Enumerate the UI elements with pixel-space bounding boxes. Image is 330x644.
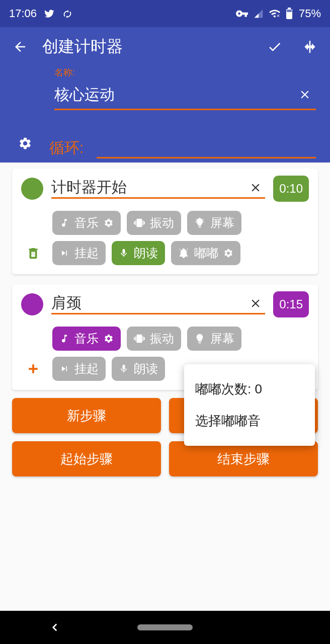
nav-home[interactable] xyxy=(135,624,195,630)
vpn-key-icon xyxy=(235,7,249,20)
chip-label: 嘟嘟 xyxy=(194,245,218,261)
svg-rect-5 xyxy=(309,41,311,53)
chip-beep[interactable]: 嘟嘟 xyxy=(171,241,240,265)
beep-popup: 嘟嘟次数: 0 选择嘟嘟音 xyxy=(184,364,315,446)
popup-beep-count[interactable]: 嘟嘟次数: 0 xyxy=(184,373,315,405)
chip-label: 挂起 xyxy=(74,361,99,377)
collapse-button[interactable] xyxy=(299,36,321,58)
step-card: 0:10 音乐 振动 屏幕 挂起 xyxy=(12,169,318,274)
chip-suspend[interactable]: 挂起 xyxy=(52,357,106,381)
end-step-button[interactable]: 结束步骤 xyxy=(169,441,318,476)
chip-music[interactable]: 音乐 xyxy=(52,211,121,235)
step-name-clear[interactable] xyxy=(246,181,265,194)
header-area: 创建计时器 名称: 循环: xyxy=(0,27,330,163)
step-time-chip[interactable]: 0:10 xyxy=(273,176,309,202)
steps-list: 0:10 音乐 振动 屏幕 挂起 xyxy=(0,163,330,396)
wifi-icon: × xyxy=(269,8,281,20)
svg-rect-4 xyxy=(287,10,292,12)
name-input[interactable] xyxy=(54,86,294,103)
chip-label: 音乐 xyxy=(74,331,99,347)
confirm-button[interactable] xyxy=(264,36,286,58)
android-nav-bar xyxy=(0,611,330,644)
status-bar: 17:06 × 75% xyxy=(0,0,330,27)
chip-label: 屏幕 xyxy=(210,215,234,231)
nav-back[interactable] xyxy=(25,621,85,634)
chip-label: 屏幕 xyxy=(210,331,234,347)
toolbar: 创建计时器 xyxy=(0,27,330,66)
chip-label: 朗读 xyxy=(134,361,158,377)
chip-label: 挂起 xyxy=(74,245,99,261)
chip-label: 振动 xyxy=(150,331,174,347)
step-name-input[interactable] xyxy=(51,179,246,196)
loop-label: 循环: xyxy=(49,138,84,158)
loop-input[interactable] xyxy=(97,138,316,158)
back-button[interactable] xyxy=(9,36,31,58)
name-label: 名称: xyxy=(54,66,316,78)
popup-select-beep[interactable]: 选择嘟嘟音 xyxy=(184,405,315,437)
start-step-button[interactable]: 起始步骤 xyxy=(12,441,161,476)
new-step-button[interactable]: 新步骤 xyxy=(12,398,161,433)
chip-speak[interactable]: 朗读 xyxy=(112,357,165,381)
svg-rect-3 xyxy=(288,8,291,10)
chip-screen[interactable]: 屏幕 xyxy=(187,211,241,235)
chip-speak[interactable]: 朗读 xyxy=(112,241,165,265)
step-color-dot[interactable] xyxy=(21,178,43,200)
page-title: 创建计时器 xyxy=(42,36,264,58)
step-name-clear[interactable] xyxy=(246,297,265,310)
chip-vibrate[interactable]: 振动 xyxy=(127,211,181,235)
sync-icon xyxy=(62,8,73,19)
chip-music[interactable]: 音乐 xyxy=(52,327,121,351)
chip-label: 朗读 xyxy=(134,245,158,261)
loop-settings-button[interactable] xyxy=(14,132,36,154)
loop-row: 循环: xyxy=(0,110,330,158)
step-name-input[interactable] xyxy=(51,295,246,312)
step-color-dot[interactable] xyxy=(21,293,43,315)
status-time: 17:06 xyxy=(9,7,37,20)
name-clear-button[interactable] xyxy=(294,84,316,106)
chip-screen[interactable]: 屏幕 xyxy=(187,327,241,351)
chip-label: 音乐 xyxy=(74,215,99,231)
twitter-icon xyxy=(44,8,55,19)
chip-label: 振动 xyxy=(150,215,174,231)
chip-suspend[interactable]: 挂起 xyxy=(52,241,106,265)
step-time-chip[interactable]: 0:15 xyxy=(273,291,309,317)
signal-icon xyxy=(254,9,264,19)
chip-vibrate[interactable]: 振动 xyxy=(127,327,181,351)
svg-text:×: × xyxy=(277,13,280,19)
battery-text: 75% xyxy=(299,7,321,20)
name-block: 名称: xyxy=(0,66,330,110)
add-step-button[interactable] xyxy=(23,359,43,379)
delete-step-button[interactable] xyxy=(23,243,43,263)
battery-icon xyxy=(286,8,293,20)
